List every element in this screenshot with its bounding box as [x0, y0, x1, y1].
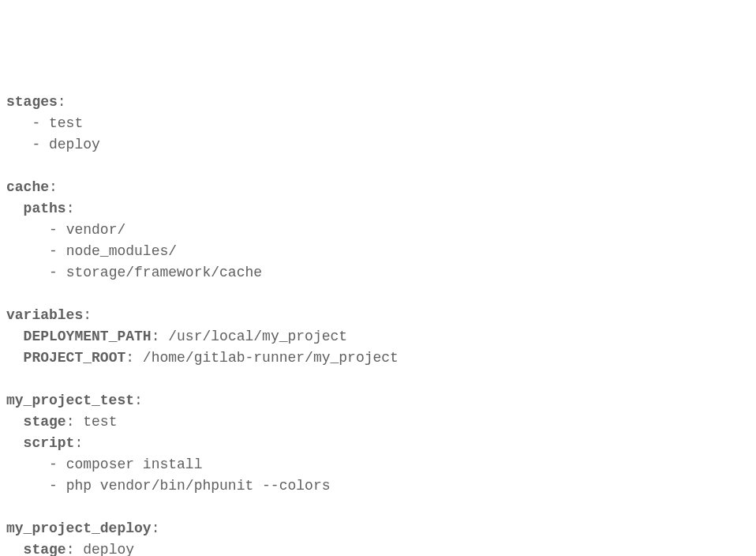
stages-item: deploy — [49, 137, 100, 152]
colon: : — [83, 307, 92, 323]
stages-key: stages — [6, 94, 58, 110]
colon: : — [74, 435, 83, 451]
job-test-stage-val: test — [83, 414, 117, 430]
colon: : — [66, 201, 75, 216]
var-deployment-path-key: DEPLOYMENT_PATH — [24, 329, 152, 344]
colon: : — [49, 179, 58, 195]
cache-path-item: vendor/ — [66, 222, 126, 238]
job-deploy-stage-key: stage — [24, 542, 66, 556]
job-deploy-name: my_project_deploy — [6, 520, 152, 536]
colon: : — [58, 94, 66, 110]
job-deploy-stage-val: deploy — [83, 542, 134, 556]
job-test-script-item: composer install — [66, 456, 203, 472]
colon: : — [66, 414, 75, 430]
var-project-root-val: /home/gitlab-runner/my_project — [143, 350, 399, 366]
cache-paths-key: paths — [24, 201, 66, 216]
job-test-stage-key: stage — [24, 414, 66, 430]
job-test-script-item: php vendor/bin/phpunit --colors — [66, 478, 331, 494]
cache-path-item: node_modules/ — [66, 243, 177, 259]
colon: : — [152, 520, 160, 536]
stages-item: test — [49, 115, 83, 131]
var-project-root-key: PROJECT_ROOT — [24, 350, 126, 366]
var-deployment-path-val: /usr/local/my_project — [168, 329, 347, 344]
colon: : — [66, 542, 75, 556]
colon: : — [125, 350, 134, 366]
cache-key: cache — [6, 179, 49, 195]
job-test-script-key: script — [24, 435, 75, 451]
variables-key: variables — [6, 307, 83, 323]
colon: : — [152, 329, 160, 344]
colon: : — [134, 393, 143, 408]
cache-path-item: storage/framework/cache — [66, 265, 262, 280]
job-test-name: my_project_test — [6, 393, 134, 408]
